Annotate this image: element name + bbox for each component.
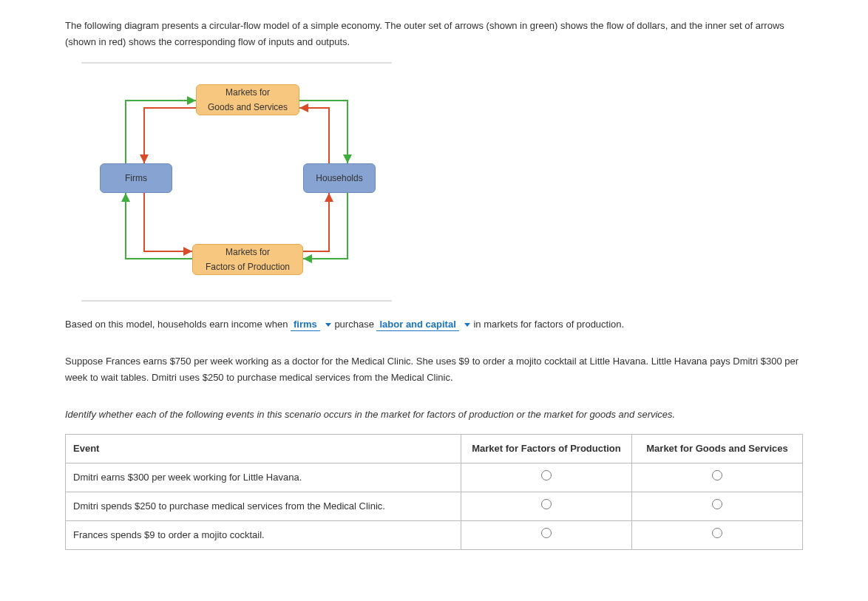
table-row: Dmitri spends $250 to purchase medical s… (66, 492, 803, 520)
event-cell: Dmitri earns $300 per week working for L… (66, 463, 461, 492)
circular-flow-diagram: Markets forGoods and Services Firms Hous… (81, 62, 392, 302)
node-markets-goods: Markets forGoods and Services (196, 84, 299, 115)
chevron-down-icon[interactable] (464, 322, 471, 329)
dropdown-firms[interactable]: firms (291, 319, 320, 331)
q1-prefix: Based on this model, households earn inc… (65, 319, 291, 330)
radio-goods-0[interactable] (712, 470, 722, 481)
intro-text: The following diagram presents a circula… (65, 18, 803, 50)
radio-factors-2[interactable] (541, 528, 552, 538)
node-markets-factors: Markets forFactors of Production (192, 244, 303, 275)
col-header-factors: Market for Factors of Production (461, 434, 632, 463)
table-row: Dmitri earns $300 per week working for L… (66, 463, 803, 492)
node-households: Households (303, 163, 376, 193)
events-table: Event Market for Factors of Production M… (65, 434, 803, 550)
node-firms: Firms (100, 163, 172, 193)
event-cell: Dmitri spends $250 to purchase medical s… (66, 492, 461, 520)
q1-mid: purchase (334, 319, 376, 330)
radio-goods-1[interactable] (712, 499, 722, 509)
radio-factors-1[interactable] (541, 499, 552, 509)
q1-suffix: in markets for factors of production. (473, 319, 624, 330)
diagram-container: Markets forGoods and Services Firms Hous… (81, 62, 803, 302)
event-cell: Frances spends $9 to order a mojito cock… (66, 520, 461, 549)
col-header-goods: Market for Goods and Services (632, 434, 803, 463)
table-row: Frances spends $9 to order a mojito cock… (66, 520, 803, 549)
radio-goods-2[interactable] (712, 528, 722, 538)
chevron-down-icon[interactable] (325, 322, 332, 329)
instruction-text: Identify whether each of the following e… (65, 407, 803, 423)
col-header-event: Event (66, 434, 461, 463)
dropdown-labor-capital[interactable]: labor and capital (376, 319, 458, 331)
scenario-text: Suppose Frances earns $750 per week work… (65, 353, 803, 386)
radio-factors-0[interactable] (541, 470, 552, 481)
question-1: Based on this model, households earn inc… (65, 316, 803, 333)
